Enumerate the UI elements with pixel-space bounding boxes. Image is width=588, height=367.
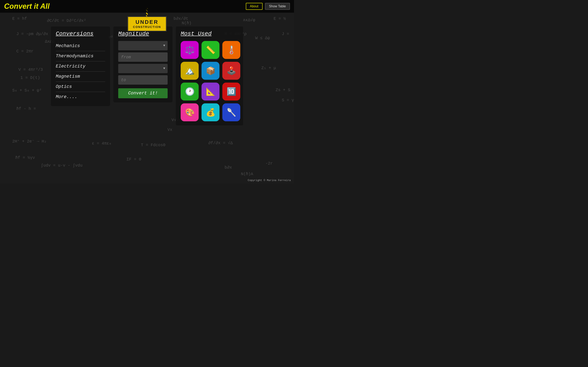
conversions-panel: Conversions MechanicsThermodynamicsElect… <box>51 26 110 106</box>
most-used-title: Most Used <box>181 31 238 37</box>
to-value-input[interactable] <box>118 75 168 85</box>
power-icon[interactable]: 🔟 <box>222 83 240 100</box>
most-used-panel: Most Used ⚖️📏🌡️🏔️📦🕹️🕐📐🔟🎨💰🥄 <box>176 26 243 125</box>
conversion-item-thermodynamics[interactable]: Thermodynamics <box>56 51 105 61</box>
conversion-item-electricity[interactable]: Electricity <box>56 61 105 72</box>
about-button[interactable]: About <box>246 3 263 10</box>
conversion-item-magnetism[interactable]: Magnetism <box>56 72 105 82</box>
magnitude-panel: Magnitude ▼ ▼ Convert it! <box>113 26 173 102</box>
color-icon[interactable]: 🎨 <box>181 103 199 121</box>
convert-button[interactable]: Convert it! <box>118 88 168 98</box>
panels-container: Conversions MechanicsThermodynamicsElect… <box>51 26 243 125</box>
header-buttons: About Show Table <box>246 3 290 10</box>
weight-icon[interactable]: ⚖️ <box>181 41 199 59</box>
from-value-input[interactable] <box>118 52 168 62</box>
mass-icon[interactable]: 🏔️ <box>181 62 199 80</box>
to-unit-select-wrapper: ▼ <box>118 64 168 73</box>
temperature-icon[interactable]: 🌡️ <box>222 41 240 59</box>
app-title: Convert it All <box>4 2 246 11</box>
uc-under-text: UNDER <box>133 19 161 25</box>
to-unit-select[interactable] <box>118 64 168 73</box>
volume-icon[interactable]: 📦 <box>201 62 219 80</box>
spoon-icon[interactable]: 🥄 <box>222 103 240 121</box>
conversion-item-mechanics[interactable]: Mechanics <box>56 41 105 51</box>
show-table-button[interactable]: Show Table <box>265 3 290 10</box>
copyright-text: Copyright © Marina Ferreira <box>248 179 291 182</box>
speed-icon[interactable]: 🕹️ <box>222 62 240 80</box>
uc-construction-text: CONSTRUCTION <box>133 25 161 29</box>
header: Convert it All About Show Table <box>0 0 294 13</box>
conversion-items-list: MechanicsThermodynamicsElectricityMagnet… <box>56 41 105 102</box>
conversion-item-optics[interactable]: Optics <box>56 82 105 92</box>
ruler-icon[interactable]: 📏 <box>201 41 219 59</box>
from-unit-select[interactable] <box>118 41 168 50</box>
money-icon[interactable]: 💰 <box>201 103 219 121</box>
most-used-icons-grid: ⚖️📏🌡️🏔️📦🕹️🕐📐🔟🎨💰🥄 <box>181 41 238 121</box>
footer: Copyright © Marina Ferreira <box>248 179 291 182</box>
conversion-item-more[interactable]: More.... <box>56 92 105 102</box>
angle-icon[interactable]: 📐 <box>201 83 219 100</box>
time-icon[interactable]: 🕐 <box>181 83 199 100</box>
uc-sign: UNDER CONSTRUCTION <box>128 16 167 31</box>
from-unit-select-wrapper: ▼ <box>118 41 168 50</box>
conversions-title: Conversions <box>56 31 105 37</box>
magnitude-title: Magnitude <box>118 31 168 37</box>
